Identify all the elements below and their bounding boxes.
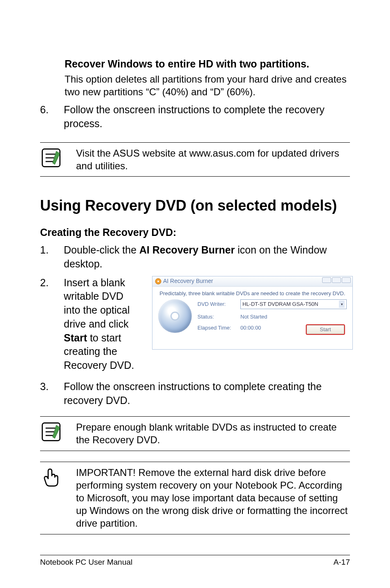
note-icon	[40, 421, 62, 443]
elapsed-time-label: Elapsed Time:	[197, 324, 240, 332]
footer-divider	[40, 555, 350, 555]
step1-bold: AI Recovery Burner	[139, 244, 235, 256]
option-description: This option deletes all partitions from …	[65, 73, 350, 98]
disc-graphic	[158, 299, 192, 333]
prediction-message: Predictably, three blank writable DVDs a…	[158, 290, 347, 297]
note-icon	[40, 147, 62, 169]
window-title-bar: AI Recovery Burner	[152, 276, 352, 287]
step2-part-a: Insert a blank writable DVD into the opt…	[64, 277, 130, 330]
option-recover-two-partitions: Recover Windows to entire HD with two pa…	[65, 57, 350, 98]
note-prepare-dvds: Prepare enough blank writable DVDs as in…	[40, 416, 350, 451]
option-title: Recover Windows to entire HD with two pa…	[65, 57, 350, 71]
step1-part-a: Double-click the	[64, 244, 139, 256]
hand-icon	[40, 466, 62, 488]
section-using-recovery-dvd: Using Recovery DVD (on selected models)	[40, 197, 350, 214]
step-text: Insert a blank writable DVD into the opt…	[64, 276, 140, 373]
page-number: A-17	[334, 558, 350, 567]
chevron-down-icon: ▾	[339, 301, 345, 308]
note-text: IMPORTANT! Remove the external hard disk…	[76, 466, 350, 530]
step-3: 3. Follow the onscreen instructions to c…	[40, 380, 350, 408]
maximize-button[interactable]	[332, 277, 341, 283]
close-button[interactable]	[342, 277, 351, 283]
step-6: 6. Follow the onscreen instructions to c…	[40, 103, 350, 131]
svg-point-2	[157, 281, 159, 282]
disc-icon	[155, 278, 161, 285]
ai-recovery-burner-window: AI Recovery Burner Predictably, three bl…	[152, 276, 353, 350]
step-number: 3.	[40, 380, 52, 408]
step-text: Follow the onscreen instructions to comp…	[64, 380, 350, 408]
dvd-writer-label: DVD Writer:	[197, 301, 240, 308]
step-number: 6.	[40, 103, 52, 131]
window-title: AI Recovery Burner	[163, 277, 213, 285]
note-text: Prepare enough blank writable DVDs as in…	[76, 421, 350, 446]
status-value: Not Started	[240, 313, 347, 321]
footer-manual-title: Notebook PC User Manual	[40, 558, 132, 567]
start-button[interactable]: Start	[306, 324, 345, 335]
step-text: Follow the onscreen instructions to comp…	[64, 103, 350, 131]
status-label: Status:	[197, 313, 240, 321]
minimize-button[interactable]	[322, 277, 331, 283]
note-important: IMPORTANT! Remove the external hard disk…	[40, 462, 350, 534]
note-text: Visit the ASUS website at www.asus.com f…	[76, 147, 350, 172]
step-number: 1.	[40, 243, 52, 271]
step-2: 2. Insert a blank writable DVD into the …	[40, 276, 350, 373]
note-asus-website: Visit the ASUS website at www.asus.com f…	[40, 142, 350, 177]
dvd-writer-value: HL-DT-ST DVDRAM GSA-T50N	[242, 301, 318, 308]
step2-bold: Start	[64, 332, 87, 343]
step-number: 2.	[40, 276, 52, 373]
step-1: 1. Double-click the AI Recovery Burner i…	[40, 243, 350, 271]
dvd-writer-select[interactable]: HL-DT-ST DVDRAM GSA-T50N ▾	[240, 299, 347, 309]
step-text: Double-click the AI Recovery Burner icon…	[64, 243, 350, 271]
creating-recovery-dvd-heading: Creating the Recovery DVD:	[40, 227, 350, 238]
